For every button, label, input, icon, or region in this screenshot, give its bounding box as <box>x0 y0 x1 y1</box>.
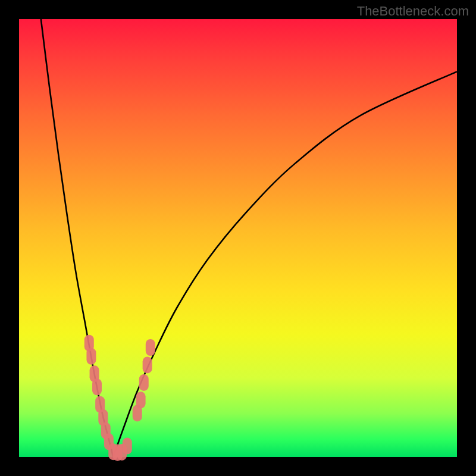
scatter-point <box>123 438 132 455</box>
scatter-overlay <box>84 335 155 461</box>
scatter-point <box>146 339 155 356</box>
chart-frame: TheBottleneck.com <box>0 0 476 476</box>
watermark-text: TheBottleneck.com <box>357 4 469 19</box>
scatter-point <box>143 356 152 373</box>
scatter-point <box>86 348 96 365</box>
scatter-point <box>139 374 149 391</box>
chart-svg <box>19 19 457 457</box>
scatter-point <box>136 392 146 408</box>
scatter-point <box>92 378 102 395</box>
left-branch-line <box>41 19 113 457</box>
right-branch-line <box>113 71 457 457</box>
